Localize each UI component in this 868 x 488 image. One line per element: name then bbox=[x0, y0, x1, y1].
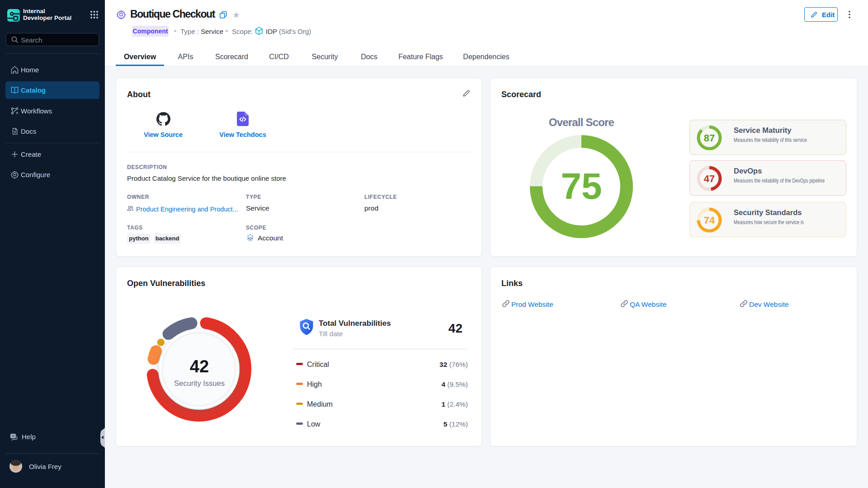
svg-text:75: 75 bbox=[561, 165, 602, 206]
svg-text:47: 47 bbox=[704, 173, 715, 184]
svg-text:42: 42 bbox=[190, 357, 209, 376]
svg-text:Security Issues: Security Issues bbox=[174, 379, 225, 387]
svg-text:74: 74 bbox=[704, 215, 715, 226]
svg-text:87: 87 bbox=[704, 132, 715, 144]
svg-text:?: ? bbox=[12, 435, 14, 438]
